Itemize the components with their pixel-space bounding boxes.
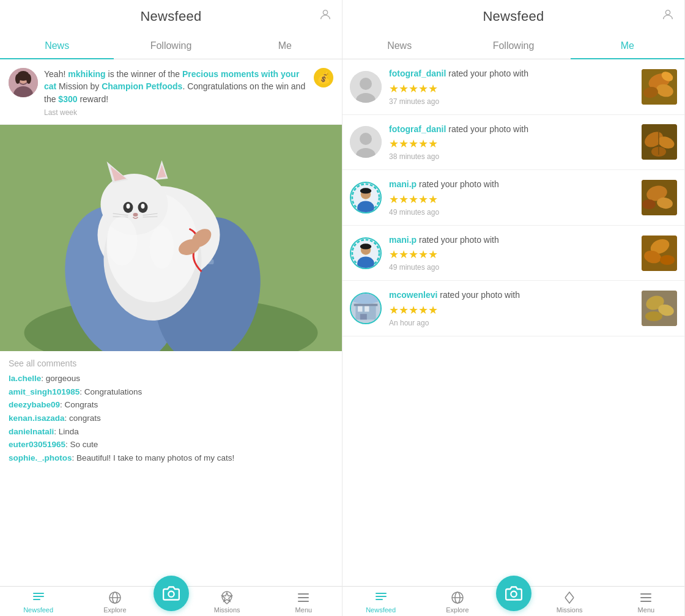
stars-5: ★★★★★ bbox=[389, 303, 634, 317]
coin-badge: 💰 bbox=[314, 68, 333, 87]
svg-rect-35 bbox=[33, 593, 44, 594]
svg-point-100 bbox=[511, 592, 516, 597]
tab-me-right[interactable]: Me bbox=[571, 33, 684, 59]
nav-menu-label-left: Menu bbox=[295, 606, 313, 614]
avatar-5 bbox=[350, 292, 382, 324]
svg-rect-36 bbox=[33, 596, 44, 597]
rating-content-1: fotograf_danil rated your photo with ★★★… bbox=[389, 68, 634, 106]
svg-point-93 bbox=[645, 311, 662, 321]
tab-following-right[interactable]: Following bbox=[456, 33, 570, 59]
svg-point-46 bbox=[665, 10, 670, 15]
rating-content-5: mcowenlevi rated your photo with ★★★★★ A… bbox=[389, 289, 634, 327]
photo-thumb-5 bbox=[642, 291, 677, 326]
rater-username-5[interactable]: mcowenlevi bbox=[389, 290, 437, 300]
svg-rect-89 bbox=[351, 294, 380, 304]
svg-rect-87 bbox=[360, 314, 367, 319]
camera-button-right[interactable] bbox=[496, 576, 531, 611]
svg-point-7 bbox=[26, 74, 31, 84]
svg-rect-85 bbox=[358, 306, 362, 311]
nav-menu-label-right: Menu bbox=[638, 606, 655, 614]
right-header: Newsfeed bbox=[342, 0, 684, 33]
svg-point-48 bbox=[360, 78, 372, 90]
rater-username-2[interactable]: fotograf_danil bbox=[389, 124, 446, 134]
avatar-2 bbox=[350, 126, 382, 158]
photo-thumb-4 bbox=[642, 236, 677, 271]
rater-username-1[interactable]: fotograf_danil bbox=[389, 69, 446, 78]
svg-point-56 bbox=[360, 133, 372, 145]
left-panel: Newsfeed News Following Me bbox=[0, 0, 342, 616]
nav-newsfeed-right[interactable]: Newsfeed bbox=[342, 590, 419, 614]
post-sponsor[interactable]: Champion Petfoods bbox=[102, 81, 182, 91]
svg-rect-94 bbox=[376, 593, 387, 594]
nav-missions-label-right: Missions bbox=[557, 606, 583, 614]
time-3: 49 minutes ago bbox=[389, 208, 634, 217]
stars-1: ★★★★★ bbox=[389, 82, 634, 95]
svg-rect-37 bbox=[33, 599, 40, 600]
left-bottom-nav: Newsfeed Explore Missions bbox=[0, 586, 342, 616]
time-1: 37 minutes ago bbox=[389, 97, 634, 106]
svg-point-68 bbox=[360, 188, 371, 193]
rating-content-4: mani.p rated your photo with ★★★★★ 49 mi… bbox=[389, 234, 634, 272]
svg-point-31 bbox=[107, 217, 138, 265]
right-bottom-nav: Newsfeed Explore Missions bbox=[342, 586, 684, 616]
tab-following-left[interactable]: Following bbox=[114, 33, 228, 59]
nav-explore-label-left: Explore bbox=[103, 606, 126, 614]
see-all-comments[interactable]: See all comments bbox=[9, 358, 333, 368]
svg-point-32 bbox=[150, 226, 174, 269]
post-body: Yeah! mkhiking is the winner of the Prec… bbox=[44, 68, 308, 118]
rating-content-3: mani.p rated your photo with ★★★★★ 49 mi… bbox=[389, 179, 634, 217]
svg-rect-88 bbox=[354, 304, 378, 306]
cat-photo bbox=[0, 125, 342, 351]
svg-rect-96 bbox=[376, 599, 383, 600]
stars-2: ★★★★★ bbox=[389, 137, 634, 150]
rating-item-5: mcowenlevi rated your photo with ★★★★★ A… bbox=[342, 281, 684, 336]
nav-missions-left[interactable]: Missions bbox=[189, 590, 265, 614]
comment-4: kenan.isazada: congrats bbox=[9, 412, 333, 425]
nav-missions-right[interactable]: Missions bbox=[531, 590, 608, 614]
nav-explore-left[interactable]: Explore bbox=[76, 590, 153, 614]
svg-point-0 bbox=[323, 10, 327, 15]
nav-newsfeed-label-left: Newsfeed bbox=[23, 606, 53, 614]
nav-menu-left[interactable]: Menu bbox=[265, 590, 342, 614]
svg-point-72 bbox=[642, 199, 656, 209]
post-reward: $300 bbox=[58, 94, 77, 104]
post-avatar bbox=[9, 68, 38, 97]
stars-3: ★★★★★ bbox=[389, 193, 634, 206]
svg-rect-44 bbox=[298, 597, 309, 598]
svg-point-26 bbox=[133, 213, 138, 217]
comment-1: la.chelle: gorgeous bbox=[9, 372, 333, 385]
rating-list: fotograf_danil rated your photo with ★★★… bbox=[342, 59, 684, 586]
rating-content-2: fotograf_danil rated your photo with ★★★… bbox=[389, 124, 634, 161]
tab-me-left[interactable]: Me bbox=[228, 33, 342, 59]
tab-news-left[interactable]: News bbox=[0, 33, 114, 59]
post-username[interactable]: mkhiking bbox=[68, 69, 105, 79]
nav-menu-right[interactable]: Menu bbox=[608, 590, 684, 614]
rater-username-4[interactable]: mani.p bbox=[389, 235, 417, 245]
camera-button-left[interactable] bbox=[154, 576, 189, 611]
right-tabs: News Following Me bbox=[342, 33, 684, 59]
right-title: Newsfeed bbox=[483, 9, 544, 24]
svg-rect-86 bbox=[365, 306, 369, 311]
nav-explore-right[interactable]: Explore bbox=[419, 590, 495, 614]
svg-rect-102 bbox=[640, 597, 651, 598]
time-2: 38 minutes ago bbox=[389, 152, 634, 161]
time-4: 49 minutes ago bbox=[389, 263, 634, 272]
stars-4: ★★★★★ bbox=[389, 248, 634, 261]
nav-explore-label-right: Explore bbox=[446, 606, 468, 614]
comment-5: danielnatali: Linda bbox=[9, 425, 333, 439]
right-panel: Newsfeed News Following Me bbox=[342, 0, 685, 616]
rating-item-4: mani.p rated your photo with ★★★★★ 49 mi… bbox=[342, 226, 684, 281]
post-timestamp: Last week bbox=[44, 108, 308, 118]
svg-rect-45 bbox=[298, 601, 309, 602]
rater-username-3[interactable]: mani.p bbox=[389, 179, 417, 189]
left-person-icon bbox=[319, 8, 332, 25]
rating-item-1: fotograf_danil rated your photo with ★★★… bbox=[342, 59, 684, 115]
comment-3: deezybabe09: Congrats bbox=[9, 398, 333, 412]
photo-thumb-1 bbox=[642, 69, 677, 105]
avatar-4 bbox=[350, 237, 382, 269]
svg-point-78 bbox=[360, 243, 371, 249]
comment-2: amit_singh101985: Congratulations bbox=[9, 385, 333, 399]
svg-point-24 bbox=[127, 204, 130, 209]
nav-newsfeed-left[interactable]: Newsfeed bbox=[0, 590, 76, 614]
tab-news-right[interactable]: News bbox=[342, 33, 456, 59]
